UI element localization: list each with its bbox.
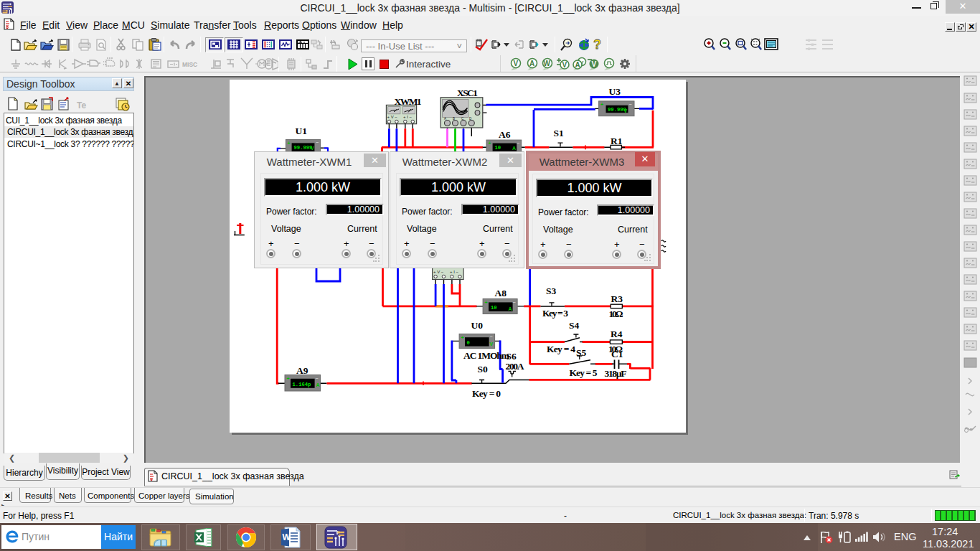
svg-text:S5: S5: [576, 347, 587, 358]
svg-text:C1: C1: [611, 349, 623, 359]
svg-text:V: V: [514, 60, 519, 67]
svg-text:+: +: [485, 300, 488, 305]
svg-text:318µF: 318µF: [605, 368, 627, 379]
svg-text:V: V: [490, 342, 494, 347]
svg-text:Key = 0: Key = 0: [472, 388, 501, 399]
svg-text:AC 1MOhm: AC 1MOhm: [463, 350, 510, 361]
svg-text:−: −: [629, 102, 632, 107]
svg-text:S0: S0: [478, 364, 489, 375]
svg-text:A: A: [512, 146, 516, 151]
svg-text:R3: R3: [611, 293, 623, 304]
svg-text:V: V: [562, 61, 567, 69]
svg-text:Te: Te: [77, 100, 86, 110]
svg-text:R4: R4: [611, 329, 623, 339]
svg-text:V: V: [592, 60, 597, 68]
svg-text:10Ω: 10Ω: [609, 309, 623, 319]
svg-text:XSC1: XSC1: [457, 88, 478, 98]
svg-text:+: +: [461, 335, 464, 340]
svg-text:Key = 5: Key = 5: [570, 367, 598, 378]
svg-text:A: A: [575, 61, 580, 69]
svg-text:S4: S4: [569, 320, 580, 331]
svg-text:V: V: [624, 108, 628, 113]
svg-text:+ V −: + V −: [433, 270, 444, 274]
svg-text:A8: A8: [495, 288, 507, 298]
svg-text:200A: 200A: [506, 361, 524, 372]
svg-text:A: A: [529, 60, 534, 67]
svg-text:S1: S1: [554, 128, 565, 138]
svg-text:Key = 3: Key = 3: [542, 308, 568, 319]
svg-text:10: 10: [495, 145, 501, 151]
svg-text:−: −: [513, 300, 516, 305]
svg-text:W: W: [544, 60, 551, 67]
svg-text:A9: A9: [296, 365, 308, 376]
svg-text:0: 0: [467, 340, 470, 346]
svg-text:1.164p: 1.164p: [293, 382, 311, 387]
svg-text:−: −: [517, 141, 519, 146]
svg-text:+ V −: + V −: [387, 115, 398, 119]
svg-text:+: +: [489, 141, 491, 146]
svg-text:+: +: [288, 141, 291, 146]
svg-text:+ I −: + I −: [403, 115, 413, 119]
svg-text:S3: S3: [546, 286, 557, 296]
svg-text:10: 10: [491, 305, 497, 311]
svg-text:+: +: [600, 102, 603, 107]
svg-text:A: A: [316, 382, 320, 387]
svg-text:MISC: MISC: [182, 61, 197, 68]
svg-text:?: ?: [593, 37, 601, 52]
svg-text:−: −: [316, 140, 319, 145]
svg-text:R1: R1: [611, 136, 623, 146]
svg-text:+: +: [287, 376, 290, 381]
svg-text:W: W: [283, 532, 291, 542]
svg-text:−: −: [490, 334, 493, 339]
svg-text:U0: U0: [471, 320, 484, 331]
svg-text:A: A: [509, 306, 512, 311]
svg-text:B: B: [453, 117, 455, 121]
svg-text:A6: A6: [499, 129, 511, 140]
svg-text:U1: U1: [296, 126, 308, 136]
svg-text:−: −: [316, 376, 319, 381]
svg-text:XWM1: XWM1: [395, 96, 422, 107]
svg-text:A: A: [444, 117, 446, 121]
svg-text:U3: U3: [609, 86, 621, 97]
svg-text:Key = 4: Key = 4: [547, 344, 575, 354]
svg-text:V: V: [311, 146, 314, 151]
svg-text:99.999: 99.999: [294, 145, 313, 151]
svg-text:+ I −: + I −: [450, 270, 459, 274]
